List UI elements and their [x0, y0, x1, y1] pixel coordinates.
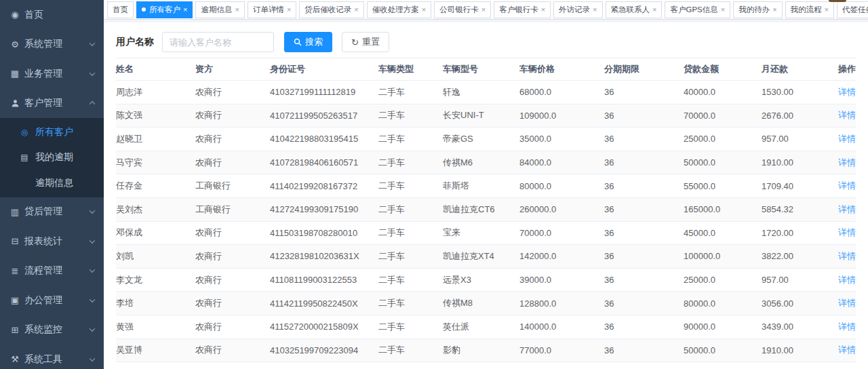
- tab[interactable]: 贷后催收记录×: [299, 1, 363, 18]
- search-button[interactable]: 搜索: [284, 32, 332, 52]
- table-row: 周志洋农商行410327199111112819二手车轩逸68000.03640…: [116, 81, 856, 104]
- cell-price: 68000.0: [519, 81, 604, 104]
- tab-close-icon[interactable]: ×: [772, 6, 776, 14]
- table-row: 吴刘杰工商银行412724199309175190二手车凯迪拉克CT626000…: [116, 197, 856, 221]
- cell-name: 李文龙: [116, 268, 195, 292]
- sidebar-item-label: 系统管理: [24, 38, 62, 50]
- col-header: 月还款: [762, 58, 826, 81]
- detail-link[interactable]: 详情: [838, 110, 856, 120]
- chevron-down-icon: [90, 70, 95, 75]
- cell-loan: 25000.0: [684, 268, 762, 292]
- search-label: 用户名称: [116, 36, 154, 48]
- cell-action: 详情: [826, 221, 856, 245]
- table-row: 邓保成农商行411503198708280010二手车宝来70000.03645…: [116, 221, 856, 245]
- tab-close-icon[interactable]: ×: [422, 6, 426, 14]
- detail-link[interactable]: 详情: [838, 227, 856, 237]
- cell-loan: 45000.0: [684, 221, 762, 245]
- detail-link[interactable]: 详情: [838, 157, 856, 168]
- cell-vehicle-model: 传祺M8: [443, 292, 519, 315]
- cell-vehicle-model: 宝来: [443, 221, 519, 245]
- cell-action: 详情: [826, 174, 856, 198]
- sidebar-item-label: 系统工具: [24, 353, 62, 366]
- cell-price: 140000.0: [519, 315, 604, 338]
- tab-close-icon[interactable]: ×: [481, 6, 486, 14]
- main-area: 首页所有客户×逾期信息×订单详情×贷后催收记录×催收处理方案×公司银行卡×客户银…: [104, 0, 868, 369]
- customers-icon: ◎: [19, 128, 30, 137]
- sidebar-item[interactable]: ◉首页: [0, 0, 104, 30]
- col-header: 贷款金额: [684, 58, 762, 81]
- cell-name: 刘凯: [116, 245, 195, 269]
- cell-loan: 70000.0: [684, 104, 762, 128]
- sidebar-item[interactable]: ⊟报表统计: [0, 227, 104, 256]
- tab-label: 订单详情: [253, 5, 284, 15]
- sidebar-item[interactable]: ⚙系统管理: [0, 30, 104, 60]
- cell-name: 吴亚博: [116, 338, 195, 362]
- detail-link[interactable]: 详情: [838, 298, 856, 308]
- detail-link[interactable]: 详情: [838, 251, 856, 261]
- cell-price: 70000.0: [519, 221, 604, 245]
- detail-link[interactable]: 详情: [838, 322, 856, 332]
- tools-icon: ⚒: [9, 354, 20, 364]
- detail-link[interactable]: 详情: [838, 180, 856, 191]
- tab[interactable]: 外访记录×: [553, 1, 602, 18]
- detail-link[interactable]: 详情: [838, 345, 856, 355]
- sidebar-item[interactable]: ⊞系统监控: [0, 315, 104, 345]
- detail-link[interactable]: 详情: [838, 134, 856, 144]
- cell-funder: 工商银行: [195, 174, 270, 198]
- sidebar-subitem[interactable]: 逾期信息: [0, 170, 104, 196]
- user-icon: [9, 99, 20, 108]
- sidebar-item-label: 办公管理: [24, 294, 62, 307]
- sidebar-subitem[interactable]: ◎所有客户: [0, 119, 104, 145]
- tab-close-icon[interactable]: ×: [825, 6, 829, 14]
- sidebar-item[interactable]: ▣办公管理: [0, 286, 104, 315]
- chevron-down-icon: [90, 208, 95, 214]
- sidebar: ◉首页⚙系统管理▦业务管理客户管理◎所有客户▤我的逾期逾期信息▥贷后管理⊟报表统…: [0, 0, 104, 369]
- tab[interactable]: 所有客户×: [136, 1, 193, 18]
- sidebar-item[interactable]: ⚒系统工具: [0, 345, 104, 369]
- tab-close-icon[interactable]: ×: [652, 6, 656, 14]
- sidebar-item-label: 业务管理: [24, 68, 62, 80]
- tab-close-icon[interactable]: ×: [593, 6, 597, 14]
- tab-close-icon[interactable]: ×: [354, 6, 358, 14]
- detail-link[interactable]: 详情: [838, 204, 856, 214]
- tab[interactable]: 逾期信息×: [195, 1, 244, 18]
- tab-close-icon[interactable]: ×: [183, 6, 187, 14]
- tab[interactable]: 客户GPS信息×: [665, 1, 730, 18]
- cell-monthly: 3439.00: [762, 315, 826, 338]
- cell-name: 任存金: [116, 174, 195, 198]
- cell-action: 详情: [826, 292, 856, 315]
- tab-label: 贷后催收记录: [304, 5, 351, 15]
- tab-close-icon[interactable]: ×: [541, 6, 545, 14]
- detail-link[interactable]: 详情: [838, 87, 856, 97]
- cell-vehicle-type: 二手车: [378, 268, 443, 292]
- sidebar-item[interactable]: 客户管理: [0, 89, 104, 119]
- sidebar-subitem[interactable]: ▤我的逾期: [0, 145, 104, 171]
- tab[interactable]: 首页: [107, 1, 134, 18]
- tab[interactable]: 我的待办×: [733, 1, 782, 18]
- sidebar-menu: ◉首页⚙系统管理▦业务管理客户管理◎所有客户▤我的逾期逾期信息▥贷后管理⊟报表统…: [0, 0, 104, 369]
- tab-close-icon[interactable]: ×: [287, 6, 291, 14]
- cell-vehicle-model: 凯迪拉克XT4: [443, 245, 519, 269]
- sidebar-item-label: 流程管理: [24, 265, 62, 277]
- submenu: ◎所有客户▤我的逾期逾期信息: [0, 118, 104, 197]
- sidebar-item[interactable]: ▥贷后管理: [0, 197, 104, 227]
- tab[interactable]: 客户银行卡×: [494, 1, 551, 18]
- tab[interactable]: 代签任务×: [837, 1, 868, 18]
- detail-link[interactable]: 详情: [838, 275, 856, 285]
- cell-monthly: 1910.00: [762, 338, 826, 362]
- cell-loan: 25000.0: [684, 128, 762, 151]
- tab-close-icon[interactable]: ×: [235, 6, 239, 14]
- tab-close-icon[interactable]: ×: [721, 6, 725, 14]
- reset-button[interactable]: ↻ 重置: [342, 32, 389, 52]
- tab-label: 首页: [113, 5, 128, 15]
- tab[interactable]: 紧急联系人×: [606, 1, 663, 18]
- tab[interactable]: 我的流程×: [785, 1, 834, 18]
- sidebar-item[interactable]: ≣流程管理: [0, 256, 104, 286]
- customer-name-input[interactable]: [162, 32, 274, 52]
- tab[interactable]: 公司银行卡×: [434, 1, 491, 18]
- cell-term: 36: [604, 128, 684, 151]
- sidebar-item[interactable]: ▦业务管理: [0, 59, 104, 89]
- tab[interactable]: 催收处理方案×: [367, 1, 431, 18]
- cell-action: 详情: [826, 338, 856, 362]
- tab[interactable]: 订单详情×: [248, 1, 296, 18]
